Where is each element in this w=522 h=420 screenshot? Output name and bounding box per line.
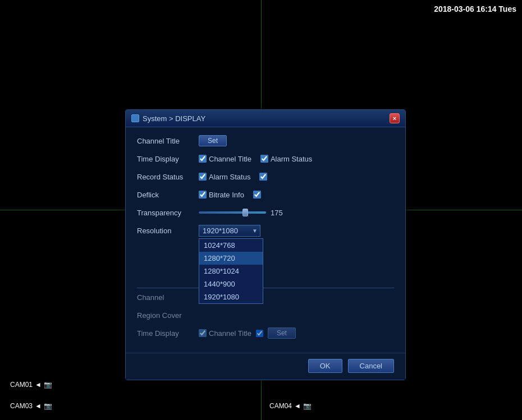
dialog-title-bar: System > DISPLAY ×	[126, 110, 405, 127]
resolution-label: Resolution	[137, 227, 199, 235]
record-status-label: Record Status	[137, 173, 199, 181]
record-status-cb-label: Alarm Status	[209, 173, 250, 181]
channel-title-set-button[interactable]: Set	[199, 135, 227, 146]
region-cover-label: Region Cover	[137, 311, 199, 320]
resolution-select[interactable]: 1920*1080	[199, 225, 260, 237]
record-extra-checkbox-item	[259, 173, 267, 181]
cam03-icon: ◄	[35, 402, 42, 410]
display-dialog: System > DISPLAY × Channel Title Set Tim…	[125, 109, 406, 380]
close-button[interactable]: ×	[390, 113, 400, 123]
dialog-title-text: System > DISPLAY	[143, 114, 205, 123]
cam01-label: CAM01 ◄ 📷	[10, 381, 52, 389]
record-status-checkbox-item: Alarm Status	[199, 173, 250, 181]
cam04-text: CAM04	[269, 402, 292, 410]
transparency-slider-track[interactable]	[199, 211, 266, 214]
dropdown-item-1280-720[interactable]: 1280*720	[199, 252, 263, 265]
cam01-text: CAM01	[10, 381, 33, 389]
dropdown-item-1024[interactable]: 1024*768	[199, 239, 263, 252]
time-display-bottom-cb-item: Channel Title	[199, 329, 251, 338]
record-status-checkbox[interactable]	[199, 173, 207, 181]
divider	[137, 288, 394, 288]
time-display-bottom-row: Time Display Channel Title Set	[137, 326, 394, 340]
deflick-extra-checkbox[interactable]	[253, 191, 261, 199]
alarm-status-cb-label: Alarm Status	[271, 155, 312, 163]
transparency-slider-container: 175	[199, 209, 394, 217]
deflick-label: Deflick	[137, 191, 199, 199]
deflick-checkbox-item: Bitrate Info	[199, 191, 244, 199]
transparency-label: Transparency	[137, 209, 199, 217]
deflick-checkbox[interactable]	[199, 191, 207, 199]
time-display-row: Time Display Channel Title Alarm Status	[137, 152, 394, 165]
cancel-button[interactable]: Cancel	[348, 359, 394, 373]
resolution-row: Resolution 1920*1080 ▼ 1024*768 1280*720…	[137, 224, 394, 237]
dialog-title-icon	[131, 114, 139, 122]
deflick-row: Deflick Bitrate Info	[137, 188, 394, 201]
deflick-extra-checkbox-item	[253, 191, 261, 199]
time-display-bottom-cb2[interactable]	[256, 330, 263, 337]
dropdown-item-1920[interactable]: 1920*1080	[199, 290, 263, 303]
alarm-status-checkbox-item: Alarm Status	[260, 155, 312, 163]
cam03-label: CAM03 ◄ 📷	[10, 402, 52, 410]
dialog-body: Channel Title Set Time Display Channel T…	[126, 127, 405, 353]
cam04-label: CAM04 ◄ 📷	[269, 402, 312, 410]
transparency-value: 175	[271, 209, 283, 217]
transparency-slider-thumb[interactable]	[242, 209, 248, 216]
time-display-checkbox[interactable]	[199, 155, 207, 163]
channel-title-row: Channel Title Set	[137, 134, 394, 147]
deflick-cb-label: Bitrate Info	[209, 191, 244, 199]
cam04-icon: ◄	[294, 402, 301, 410]
resolution-dropdown-list: 1024*768 1280*720 1280*1024 1440*900 192…	[199, 238, 263, 304]
record-extra-checkbox[interactable]	[259, 173, 267, 181]
time-display-bottom-checkbox[interactable]	[199, 329, 207, 337]
transparency-row: Transparency 175	[137, 206, 394, 219]
resolution-select-wrapper: 1920*1080 ▼ 1024*768 1280*720 1280*1024 …	[199, 225, 260, 237]
dropdown-item-1440[interactable]: 1440*900	[199, 278, 263, 290]
channel-label: Channel	[137, 293, 199, 302]
cam01-camera-icon: 📷	[44, 381, 52, 389]
dialog-footer: OK Cancel	[126, 353, 405, 380]
channel-title-label: Channel Title	[137, 137, 199, 145]
time-display-bottom-set-btn[interactable]: Set	[268, 327, 296, 339]
time-display-label: Time Display	[137, 155, 199, 163]
alarm-status-checkbox[interactable]	[260, 155, 268, 163]
timestamp: 2018-03-06 16:14 Tues	[434, 4, 516, 13]
time-display-bottom-label: Time Display	[137, 329, 199, 338]
cam03-text: CAM03	[10, 402, 33, 410]
dropdown-item-1280-1024[interactable]: 1280*1024	[199, 265, 263, 278]
time-display-checkbox-item: Channel Title	[199, 155, 251, 163]
cam04-camera-icon: 📷	[303, 402, 312, 410]
cam03-camera-icon: 📷	[44, 402, 52, 410]
record-status-row: Record Status Alarm Status	[137, 170, 394, 183]
time-display-cb-label: Channel Title	[209, 155, 251, 163]
ok-button[interactable]: OK	[308, 359, 342, 373]
channel-row: Channel	[137, 290, 394, 304]
cam01-icon: ◄	[35, 381, 42, 389]
region-cover-row: Region Cover	[137, 308, 394, 322]
time-display-bottom-cb-label: Channel Title	[209, 329, 251, 338]
